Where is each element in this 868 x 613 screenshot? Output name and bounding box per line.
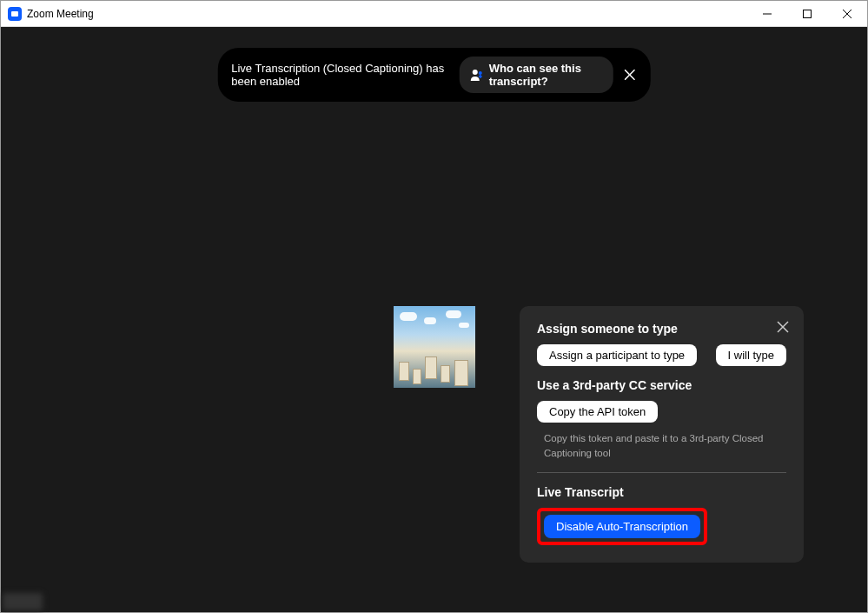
api-token-hint: Copy this token and paste it to a 3rd-pa… [537,431,786,460]
toast-link-label: Who can see this transcript? [489,62,603,88]
live-transcript-section-title: Live Transcript [537,485,786,499]
window-controls [747,1,867,27]
window-title: Zoom Meeting [27,8,94,20]
meeting-content-area: Live Transcription (Closed Captioning) h… [1,27,867,612]
toast-close-button[interactable] [623,66,636,83]
participant-video-tile[interactable] [394,306,475,388]
landscape-decoration [394,344,475,388]
toast-message: Live Transcription (Closed Captioning) h… [231,62,448,88]
app-window: Zoom Meeting Live Transcription (Closed … [0,0,868,613]
who-can-see-link[interactable]: Who can see this transcript? [460,57,613,93]
titlebar-left: Zoom Meeting [8,7,94,21]
svg-rect-1 [804,10,812,17]
titlebar: Zoom Meeting [1,1,867,27]
assign-participant-button[interactable]: Assign a participant to type [537,344,697,366]
closed-caption-popup: Assign someone to type Assign a particip… [520,306,804,563]
sky-decoration [398,310,471,335]
maximize-button[interactable] [787,1,827,27]
svg-point-4 [473,70,478,75]
popup-divider [537,472,786,473]
minimize-button[interactable] [747,1,787,27]
highlight-annotation: Disable Auto-Transcription [537,508,707,545]
zoom-logo-icon [8,7,22,21]
svg-point-5 [479,71,482,75]
popup-close-button[interactable] [774,318,792,336]
third-party-section-title: Use a 3rd-party CC service [537,378,786,392]
disable-auto-transcription-button[interactable]: Disable Auto-Transcription [544,515,700,538]
i-will-type-button[interactable]: I will type [716,344,786,366]
close-window-button[interactable] [827,1,867,27]
transcription-toast: Live Transcription (Closed Captioning) h… [217,48,651,102]
person-icon [470,68,484,82]
assign-section-title: Assign someone to type [537,322,786,336]
copy-api-token-button[interactable]: Copy the API token [537,401,658,423]
blurred-region [3,593,43,610]
